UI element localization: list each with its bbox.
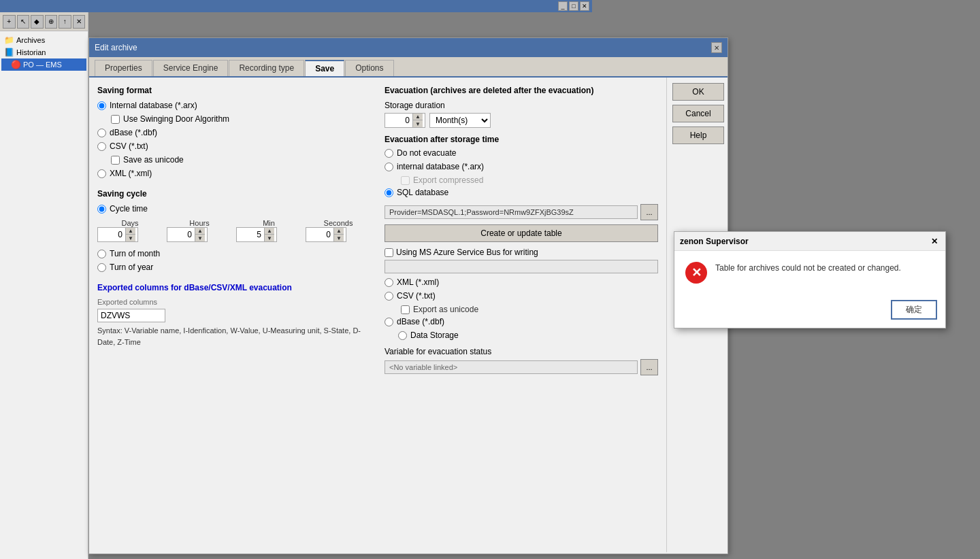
supervisor-message: Table for archives could not be created … <box>715 262 934 274</box>
storage-down-arrow[interactable]: ▼ <box>413 120 423 127</box>
cancel-button[interactable]: Cancel <box>672 105 724 122</box>
ok-button[interactable]: OK <box>672 83 724 101</box>
seconds-input[interactable] <box>306 228 333 241</box>
min-input[interactable] <box>237 228 264 241</box>
title-bar: _ □ ✕ <box>0 0 592 12</box>
xml-radio[interactable] <box>97 169 106 178</box>
do-not-evacuate-label: Do not evacuate <box>397 148 456 158</box>
csv-radio[interactable] <box>97 142 106 151</box>
hours-up-arrow[interactable]: ▲ <box>195 228 205 235</box>
storage-up-arrow[interactable]: ▲ <box>413 114 423 120</box>
confirm-button[interactable]: 确定 <box>891 300 937 320</box>
close-button[interactable]: ✕ <box>580 1 589 11</box>
minimize-button[interactable]: _ <box>558 1 568 11</box>
seconds-down-arrow[interactable]: ▼ <box>334 235 344 241</box>
cycle-time-radio[interactable] <box>97 205 106 214</box>
sql-connection-input[interactable] <box>385 205 638 219</box>
dialog-close-button[interactable]: ✕ <box>711 42 722 53</box>
swinging-door-row: Use Swinging Door Algorithm <box>97 114 371 124</box>
internal-db-radio[interactable] <box>97 101 106 110</box>
internal-db-evac-radio[interactable] <box>385 163 393 171</box>
export-unicode-checkbox[interactable] <box>401 305 410 314</box>
days-label: Days <box>97 219 163 227</box>
hours-label: Hours <box>167 219 232 227</box>
storage-duration-spin[interactable]: ▲ ▼ <box>385 113 425 128</box>
exported-columns-input[interactable] <box>97 309 165 322</box>
swinging-door-checkbox[interactable] <box>111 115 120 124</box>
cursor-icon[interactable]: ↖ <box>17 15 30 29</box>
seconds-up-arrow[interactable]: ▲ <box>334 228 344 235</box>
tab-bar: Properties Service Engine Recording type… <box>89 57 728 78</box>
pointer-icon[interactable]: ◆ <box>31 15 44 29</box>
tab-recording-type[interactable]: Recording type <box>229 60 304 76</box>
data-storage-radio[interactable] <box>398 331 407 340</box>
radio-data-storage: Data Storage <box>385 331 658 340</box>
tab-properties[interactable]: Properties <box>95 60 152 76</box>
storage-duration-input[interactable] <box>385 114 412 127</box>
month-select[interactable]: Month(s) Day(s) Year(s) <box>429 113 491 128</box>
hours-input[interactable] <box>167 228 195 241</box>
tree-item-po-ems[interactable]: 🔴 PO — EMS <box>1 58 86 71</box>
folder-icon: 📁 <box>4 35 14 45</box>
dbase-radio[interactable] <box>97 129 106 137</box>
edit-archive-dialog: Edit archive ✕ Properties Service Engine… <box>88 37 728 554</box>
export-unicode-label: Export as unicode <box>413 305 478 314</box>
variable-input[interactable] <box>385 360 638 374</box>
csv-evac-radio[interactable] <box>385 292 393 301</box>
csv-evac-label: CSV (*.txt) <box>397 291 436 301</box>
days-input[interactable] <box>98 228 125 241</box>
hours-spin[interactable]: ▲ ▼ <box>167 227 208 242</box>
tree-item-archives[interactable]: 📁 Archives <box>1 34 86 46</box>
dbase-evac-radio[interactable] <box>385 318 393 326</box>
xml-evac-radio[interactable] <box>385 278 393 287</box>
help-button[interactable]: Help <box>672 126 724 144</box>
min-down-arrow[interactable]: ▼ <box>265 235 274 241</box>
cycle-time-label: Cycle time <box>110 204 148 214</box>
export-as-unicode-row: Export as unicode <box>385 305 658 314</box>
ide-panel: + ↖ ◆ ⊕ ↑ ✕ 📁 Archives 📘 Historian 🔴 PO … <box>0 12 88 559</box>
cycle-grid: Days ▲ ▼ Hours <box>97 219 371 242</box>
hours-down-arrow[interactable]: ▼ <box>195 235 205 241</box>
radio-xml-evac: XML (*.xml) <box>385 277 658 287</box>
turn-of-month-radio[interactable] <box>97 250 106 258</box>
create-table-button[interactable]: Create or update table <box>385 224 658 242</box>
tree-item-historian[interactable]: 📘 Historian <box>1 46 86 58</box>
export-compressed-checkbox[interactable] <box>401 176 410 185</box>
azure-checkbox[interactable] <box>385 248 393 257</box>
xml-evac-label: XML (*.xml) <box>397 277 439 287</box>
select-icon[interactable]: ⊕ <box>45 15 58 29</box>
sql-browse-button[interactable]: ... <box>640 204 658 220</box>
sql-database-radio[interactable] <box>385 188 393 197</box>
dbase-evac-label: dBase (*.dbf) <box>397 317 444 326</box>
export-compressed-row: Export compressed <box>385 175 658 185</box>
seconds-spin[interactable]: ▲ ▼ <box>306 227 346 242</box>
azure-label: Using MS Azure Service Bus for writing <box>396 248 538 257</box>
right-column: Evacuation (archives are deleted after t… <box>385 86 658 544</box>
min-spin[interactable]: ▲ ▼ <box>236 227 277 242</box>
save-unicode-checkbox[interactable] <box>111 156 120 165</box>
turn-of-year-radio[interactable] <box>97 263 106 272</box>
new-icon[interactable]: + <box>3 15 16 29</box>
tab-save[interactable]: Save <box>305 60 344 76</box>
min-up-arrow[interactable]: ▲ <box>265 228 274 235</box>
tab-service-engine[interactable]: Service Engine <box>153 60 229 76</box>
close-icon[interactable]: ✕ <box>73 15 86 29</box>
do-not-evacuate-radio[interactable] <box>385 149 393 158</box>
data-storage-label: Data Storage <box>410 331 459 340</box>
evacuation-after-title: Evacuation after storage time <box>385 135 658 144</box>
variable-browse-button[interactable]: ... <box>640 359 658 375</box>
left-column: Saving format Internal database (*.arx) … <box>97 86 371 544</box>
book-icon: 📘 <box>4 48 14 57</box>
up-icon[interactable]: ↑ <box>59 15 71 29</box>
hours-arrows: ▲ ▼ <box>195 228 205 241</box>
dialog-body: Saving format Internal database (*.arx) … <box>89 78 728 552</box>
xml-label: XML (*.xml) <box>110 169 152 178</box>
days-up-arrow[interactable]: ▲ <box>126 228 135 235</box>
azure-checkbox-row: Using MS Azure Service Bus for writing <box>385 248 658 257</box>
days-down-arrow[interactable]: ▼ <box>126 235 135 241</box>
azure-input[interactable] <box>385 260 658 273</box>
restore-button[interactable]: □ <box>569 1 578 11</box>
supervisor-close-button[interactable]: ✕ <box>929 236 940 247</box>
tab-options[interactable]: Options <box>345 60 393 76</box>
days-spin[interactable]: ▲ ▼ <box>97 227 138 242</box>
